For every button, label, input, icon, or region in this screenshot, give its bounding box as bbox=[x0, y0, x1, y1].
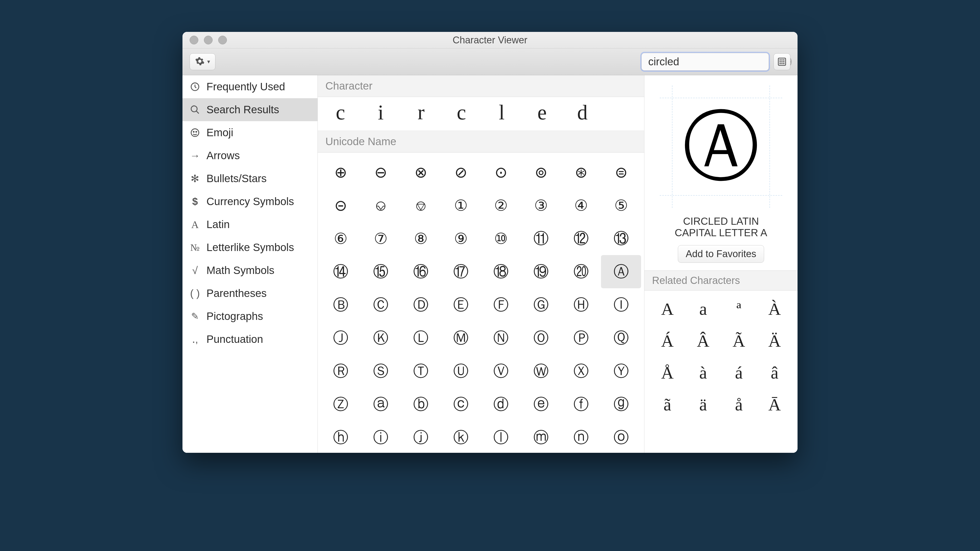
glyph-cell[interactable]: ⓕ bbox=[561, 388, 601, 421]
related-char[interactable]: Ã bbox=[721, 325, 757, 357]
related-char[interactable]: Â bbox=[685, 325, 721, 357]
glyph-cell[interactable]: ⑰ bbox=[441, 255, 481, 288]
related-char[interactable]: ª bbox=[721, 293, 757, 325]
related-char[interactable]: a bbox=[685, 293, 721, 325]
glyph-cell[interactable]: Ⓗ bbox=[561, 288, 601, 321]
glyph-cell[interactable]: ⓚ bbox=[441, 421, 481, 453]
glyph-cell[interactable]: ⑧ bbox=[401, 222, 441, 255]
glyph-cell[interactable]: ⓔ bbox=[521, 388, 561, 421]
related-char[interactable]: Ä bbox=[757, 325, 792, 357]
glyph-cell[interactable]: Ⓐ bbox=[601, 255, 641, 288]
glyph-cell[interactable]: Ⓙ bbox=[321, 321, 361, 354]
glyph-cell[interactable]: ⊘ bbox=[441, 156, 481, 189]
glyph-cell[interactable]: Ⓞ bbox=[521, 321, 561, 354]
glyph-cell[interactable]: ⑪ bbox=[521, 222, 561, 255]
glyph-cell[interactable]: ⑦ bbox=[361, 222, 401, 255]
glyph-cell[interactable]: ⊝ bbox=[321, 189, 361, 222]
related-char[interactable]: Ā bbox=[757, 389, 792, 421]
sidebar-item-math-symbols[interactable]: √Math Symbols bbox=[183, 259, 318, 282]
sidebar-item-emoji[interactable]: Emoji bbox=[183, 121, 318, 144]
glyph-cell[interactable]: Ⓕ bbox=[481, 288, 521, 321]
query-char[interactable]: r bbox=[401, 102, 441, 123]
zoom-button[interactable] bbox=[218, 36, 227, 44]
glyph-cell[interactable]: Ⓖ bbox=[521, 288, 561, 321]
related-char[interactable]: À bbox=[757, 293, 792, 325]
search-field[interactable]: ✕ bbox=[641, 53, 769, 71]
glyph-cell[interactable]: Ⓒ bbox=[361, 288, 401, 321]
sidebar-item-arrows[interactable]: →Arrows bbox=[183, 144, 318, 167]
glyph-cell[interactable]: Ⓓ bbox=[401, 288, 441, 321]
glyph-cell[interactable]: ⊙ bbox=[481, 156, 521, 189]
glyph-cell[interactable]: ⓗ bbox=[321, 421, 361, 453]
glyph-cell[interactable]: ⊚ bbox=[521, 156, 561, 189]
glyph-cell[interactable]: ⊕ bbox=[321, 156, 361, 189]
glyph-cell[interactable]: ⑭ bbox=[321, 255, 361, 288]
glyph-cell[interactable]: ⊖ bbox=[361, 156, 401, 189]
glyph-cell[interactable]: ⓛ bbox=[481, 421, 521, 453]
glyph-cell[interactable]: ⑮ bbox=[361, 255, 401, 288]
glyph-cell[interactable]: ⓓ bbox=[481, 388, 521, 421]
glyph-cell[interactable]: ⑨ bbox=[441, 222, 481, 255]
query-char[interactable]: c bbox=[441, 102, 482, 123]
query-char[interactable]: e bbox=[522, 102, 562, 123]
glyph-cell[interactable]: ⑤ bbox=[601, 189, 641, 222]
glyph-cell[interactable]: ④ bbox=[561, 189, 601, 222]
glyph-cell[interactable]: Ⓛ bbox=[401, 321, 441, 354]
glyph-cell[interactable]: Ⓣ bbox=[401, 354, 441, 388]
glyph-cell[interactable]: Ⓡ bbox=[321, 354, 361, 388]
glyph-cell[interactable]: ⊗ bbox=[401, 156, 441, 189]
glyph-cell[interactable]: Ⓨ bbox=[601, 354, 641, 388]
glyph-cell[interactable]: Ⓜ bbox=[441, 321, 481, 354]
glyph-cell[interactable]: ① bbox=[441, 189, 481, 222]
glyph-cell[interactable]: ⎉ bbox=[361, 189, 401, 222]
glyph-cell[interactable]: Ⓝ bbox=[481, 321, 521, 354]
related-char[interactable]: â bbox=[757, 357, 792, 389]
glyph-cell[interactable]: ⓙ bbox=[401, 421, 441, 453]
glyph-cell[interactable]: ⓞ bbox=[601, 421, 641, 453]
glyph-cell[interactable]: ⓜ bbox=[521, 421, 561, 453]
sidebar-item-pictographs[interactable]: ✎Pictographs bbox=[183, 305, 318, 328]
glyph-cell[interactable]: Ⓩ bbox=[321, 388, 361, 421]
add-to-favorites-button[interactable]: Add to Favorites bbox=[678, 245, 764, 263]
related-char[interactable]: ã bbox=[649, 389, 685, 421]
sidebar-item-search-results[interactable]: Search Results bbox=[183, 98, 318, 121]
minimize-button[interactable] bbox=[204, 36, 213, 44]
glyph-cell[interactable]: Ⓘ bbox=[601, 288, 641, 321]
glyph-cell[interactable]: Ⓧ bbox=[561, 354, 601, 388]
query-char[interactable]: c bbox=[320, 102, 361, 123]
search-input[interactable] bbox=[648, 56, 783, 68]
sidebar-item-letterlike-symbols[interactable]: №Letterlike Symbols bbox=[183, 236, 318, 259]
close-button[interactable] bbox=[189, 36, 198, 44]
glyph-cell[interactable]: Ⓥ bbox=[481, 354, 521, 388]
glyph-cell[interactable]: ⑫ bbox=[561, 222, 601, 255]
glyph-cell[interactable]: ⑯ bbox=[401, 255, 441, 288]
sidebar-item-currency-symbols[interactable]: $Currency Symbols bbox=[183, 190, 318, 213]
related-char[interactable]: å bbox=[721, 389, 757, 421]
glyph-cell[interactable]: ③ bbox=[521, 189, 561, 222]
glyph-cell[interactable]: Ⓦ bbox=[521, 354, 561, 388]
glyph-cell[interactable]: ⑬ bbox=[601, 222, 641, 255]
glyph-cell[interactable]: ⑱ bbox=[481, 255, 521, 288]
options-menu-button[interactable]: ▾ bbox=[189, 53, 215, 70]
glyph-cell[interactable]: ⊜ bbox=[601, 156, 641, 189]
glyph-cell[interactable]: ⓖ bbox=[601, 388, 641, 421]
related-char[interactable]: Å bbox=[649, 357, 685, 389]
sidebar-item-bullets-stars[interactable]: ✻Bullets/Stars bbox=[183, 167, 318, 190]
glyph-cell[interactable]: Ⓟ bbox=[561, 321, 601, 354]
glyph-cell[interactable]: Ⓢ bbox=[361, 354, 401, 388]
glyph-cell[interactable]: Ⓤ bbox=[441, 354, 481, 388]
glyph-cell[interactable]: Ⓚ bbox=[361, 321, 401, 354]
glyph-cell[interactable]: ⑥ bbox=[321, 222, 361, 255]
sidebar-item-parentheses[interactable]: ( )Parentheses bbox=[183, 282, 318, 305]
glyph-cell[interactable]: ⑳ bbox=[561, 255, 601, 288]
sidebar-item-punctuation[interactable]: ․,Punctuation bbox=[183, 328, 318, 351]
glyph-cell[interactable]: ⓘ bbox=[361, 421, 401, 453]
related-char[interactable]: Á bbox=[649, 325, 685, 357]
glyph-cell[interactable]: ⓐ bbox=[361, 388, 401, 421]
sidebar-item-frequently-used[interactable]: Frequently Used bbox=[183, 75, 318, 98]
collapse-button[interactable] bbox=[773, 53, 791, 70]
glyph-cell[interactable]: Ⓑ bbox=[321, 288, 361, 321]
related-char[interactable]: à bbox=[685, 357, 721, 389]
related-char[interactable]: A bbox=[649, 293, 685, 325]
query-char[interactable]: d bbox=[562, 102, 603, 123]
